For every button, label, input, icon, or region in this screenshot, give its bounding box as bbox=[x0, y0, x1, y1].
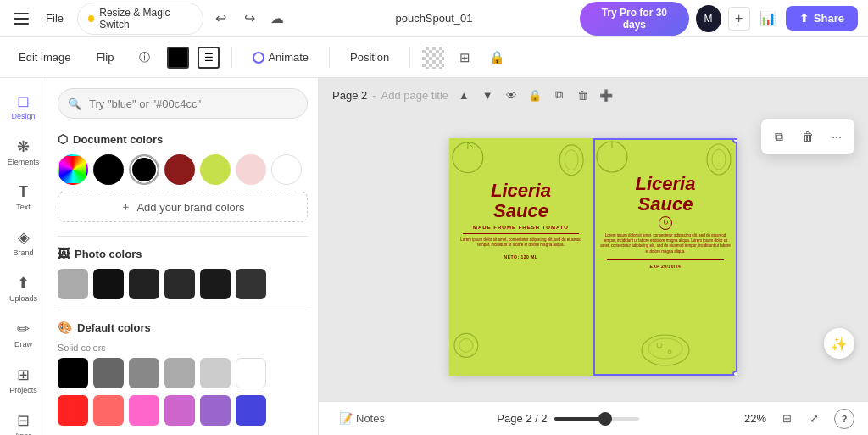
menu-icon[interactable] bbox=[10, 7, 32, 31]
add-page-icon[interactable]: ➕ bbox=[596, 85, 616, 105]
share-button[interactable]: ⬆ Share bbox=[786, 6, 858, 31]
solid-1[interactable] bbox=[58, 358, 88, 388]
add-button[interactable]: + bbox=[728, 7, 750, 31]
animate-icon bbox=[253, 52, 264, 64]
expand-view-button[interactable]: ⤢ bbox=[802, 407, 826, 431]
color-swatch-black[interactable] bbox=[93, 154, 124, 185]
redo-button[interactable]: ↪ bbox=[238, 7, 259, 31]
sidebar-item-text[interactable]: T Text bbox=[3, 176, 45, 218]
design-icon: ◻ bbox=[17, 92, 30, 110]
cloud-save-icon[interactable]: ☁ bbox=[267, 7, 288, 31]
design-canvas[interactable]: Liceria Sauce MADE FROME FRESH TOMATO Lo… bbox=[449, 138, 737, 376]
lock-icon[interactable]: 🔒 bbox=[485, 46, 509, 70]
svg-point-10 bbox=[712, 149, 726, 170]
separator2 bbox=[329, 47, 330, 68]
solid-purple-pink[interactable] bbox=[164, 395, 195, 426]
sidebar-item-projects[interactable]: ⊞ Projects bbox=[3, 359, 45, 401]
photo-color-3[interactable] bbox=[129, 269, 159, 299]
sidebar-item-design[interactable]: ◻ Design bbox=[3, 85, 45, 127]
solid-pink[interactable] bbox=[129, 395, 159, 426]
color-swatch[interactable] bbox=[167, 47, 189, 69]
page1-brand-name: Liceria Sauce bbox=[449, 181, 593, 221]
sidebar-item-draw[interactable]: ✏ Draw bbox=[3, 313, 45, 355]
photo-colors-label: Photo colors bbox=[75, 248, 142, 260]
position-button[interactable]: Position bbox=[342, 47, 398, 68]
page-number: Page 2 bbox=[332, 89, 367, 102]
flip-button[interactable]: Flip bbox=[87, 47, 122, 68]
sidebar-item-brand[interactable]: ◈ Brand bbox=[3, 221, 45, 264]
lock-page-icon[interactable]: 🔒 bbox=[525, 85, 545, 105]
solid-blue[interactable] bbox=[236, 395, 266, 426]
solid-6[interactable] bbox=[236, 358, 266, 388]
document-colors-row bbox=[58, 154, 308, 185]
photo-color-4[interactable] bbox=[164, 269, 195, 299]
color-swatch-green[interactable] bbox=[200, 154, 231, 185]
solid-colors-row2 bbox=[58, 395, 308, 426]
search-input[interactable] bbox=[58, 88, 308, 119]
delete-page-icon[interactable]: 🗑 bbox=[572, 85, 593, 105]
try-pro-button[interactable]: Try Pro for 30 days bbox=[580, 2, 689, 36]
projects-icon: ⊞ bbox=[17, 365, 30, 384]
page-slider-thumb[interactable] bbox=[598, 412, 612, 426]
solid-2[interactable] bbox=[93, 358, 124, 388]
svg-point-4 bbox=[565, 149, 578, 170]
zoom-info: 22% bbox=[744, 412, 766, 425]
photo-colors-icon: 🖼 bbox=[58, 247, 70, 260]
resize-magic-switch[interactable]: Resize & Magic Switch bbox=[77, 3, 203, 35]
color-swatch-darkred[interactable] bbox=[164, 154, 195, 185]
rotate-handle[interactable]: ↻ bbox=[727, 138, 737, 140]
eye-icon[interactable]: 👁 bbox=[501, 85, 521, 105]
page-slider-fill bbox=[554, 417, 605, 421]
transparency-icon[interactable] bbox=[422, 47, 444, 69]
help-button[interactable]: ? bbox=[834, 409, 854, 429]
solid-red[interactable] bbox=[58, 395, 88, 426]
notes-button[interactable]: 📝 Notes bbox=[332, 409, 392, 428]
undo-button[interactable]: ↩ bbox=[210, 7, 231, 31]
sidebar-item-uploads[interactable]: ⬆ Uploads bbox=[3, 267, 45, 310]
add-page-title[interactable]: Add page title bbox=[381, 89, 449, 102]
info-button[interactable]: ⓘ bbox=[131, 46, 159, 70]
sidebar-label-design: Design bbox=[11, 112, 35, 120]
view-options: ⊞ ⤢ bbox=[775, 407, 826, 431]
solid-3[interactable] bbox=[129, 358, 159, 388]
file-button[interactable]: File bbox=[39, 8, 70, 28]
edit-image-button[interactable]: Edit image bbox=[10, 47, 79, 68]
divider2 bbox=[58, 310, 308, 310]
ctx-more-button[interactable]: ··· bbox=[824, 124, 849, 149]
page-slider[interactable] bbox=[554, 417, 639, 421]
solid-purple[interactable] bbox=[200, 395, 231, 426]
color-swatch-rainbow[interactable] bbox=[58, 154, 88, 185]
grid-view-button[interactable]: ⊞ bbox=[775, 407, 798, 431]
canvas-page1[interactable]: Liceria Sauce MADE FROME FRESH TOMATO Lo… bbox=[449, 138, 593, 376]
topbar-right: Try Pro for 30 days M + 📊 ⬆ Share bbox=[580, 2, 858, 36]
color-swatch-white[interactable] bbox=[271, 154, 302, 185]
next-page-icon[interactable]: ▼ bbox=[477, 85, 498, 105]
magic-button[interactable]: ✨ bbox=[824, 328, 854, 359]
animate-button[interactable]: Animate bbox=[244, 47, 317, 68]
pattern-button[interactable] bbox=[198, 47, 220, 69]
solid-5[interactable] bbox=[200, 358, 231, 388]
ctx-copy-button[interactable]: ⧉ bbox=[766, 124, 792, 149]
photo-color-1[interactable] bbox=[58, 269, 88, 299]
canvas-page2[interactable]: Liceria Sauce ↻ Lorem ipsum dolor sit am… bbox=[593, 138, 737, 376]
color-swatch-pink[interactable] bbox=[236, 154, 266, 185]
add-brand-button[interactable]: ＋ Add your brand colors bbox=[58, 192, 308, 222]
solid-salmon[interactable] bbox=[93, 395, 124, 426]
photo-color-2[interactable] bbox=[93, 269, 124, 299]
solid-4[interactable] bbox=[164, 358, 195, 388]
photo-color-5[interactable] bbox=[200, 269, 231, 299]
color-swatch-black-selected[interactable] bbox=[129, 154, 159, 185]
avatar[interactable]: M bbox=[696, 5, 721, 32]
copy-page-icon[interactable]: ⧉ bbox=[548, 85, 569, 105]
corner-handle-br[interactable] bbox=[732, 371, 737, 376]
analytics-icon[interactable]: 📊 bbox=[757, 7, 779, 31]
ctx-delete-button[interactable]: 🗑 bbox=[795, 124, 821, 149]
photo-color-6[interactable] bbox=[236, 269, 266, 299]
crop-icon[interactable]: ⊞ bbox=[453, 46, 476, 70]
separator: - bbox=[372, 89, 376, 102]
sidebar-item-elements[interactable]: ❋ Elements bbox=[3, 131, 45, 173]
prev-page-icon[interactable]: ▲ bbox=[453, 85, 474, 105]
refresh-icon[interactable]: ↻ bbox=[659, 216, 672, 230]
sidebar-item-apps[interactable]: ⊟ Apps bbox=[3, 404, 45, 435]
corner-handle-tr[interactable] bbox=[732, 138, 737, 143]
